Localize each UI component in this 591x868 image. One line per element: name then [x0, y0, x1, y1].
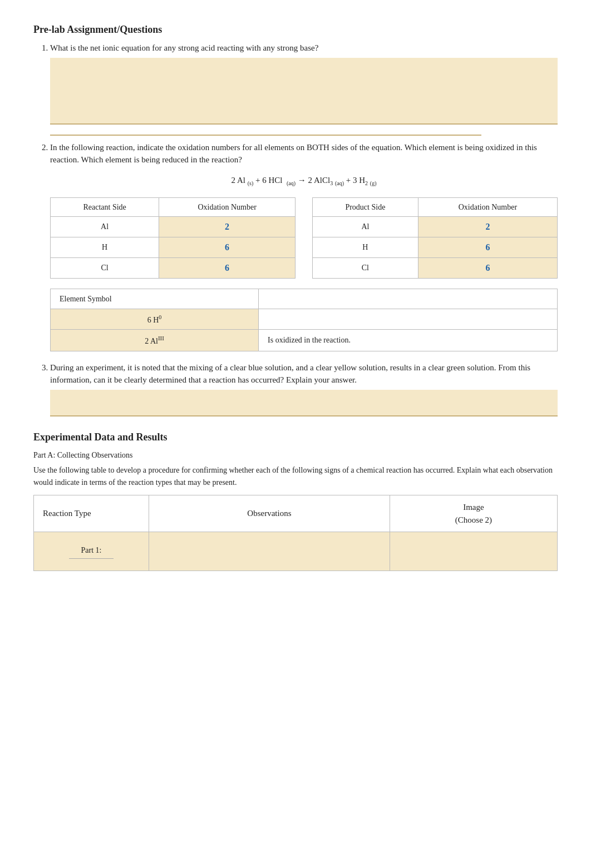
table-row: 6 H0 — [51, 309, 558, 330]
al-roman-superscript: III — [158, 335, 164, 341]
product-h-elem: H — [313, 237, 418, 257]
eq-hcl-state: (aq) — [287, 180, 296, 186]
table-row: Al 2 — [51, 216, 296, 237]
reactant-h-elem: H — [51, 237, 159, 257]
question-2-text: In the following reaction, indicate the … — [50, 143, 537, 165]
part1-underline — [69, 558, 114, 559]
element-symbol-table: Element Symbol 6 H0 2 AlIII Is oxidized … — [50, 289, 558, 351]
table-row: H 6 — [51, 237, 296, 257]
answer-area-3[interactable] — [50, 390, 558, 416]
h-superscript: 0 — [159, 314, 161, 320]
question-3-text: During an experiment, it is noted that t… — [50, 363, 530, 385]
page-title: Pre-lab Assignment/Questions — [33, 22, 558, 37]
product-h-num[interactable]: 6 — [418, 237, 557, 257]
elem-col1: Element Symbol — [51, 289, 259, 309]
table-row: Cl 6 — [51, 257, 296, 278]
divider-1 — [50, 135, 481, 136]
oxidation-wrapper: Reactant Side Oxidation Number Al 2 H 6 … — [50, 197, 558, 279]
part-a-label: Part A: Collecting Observations — [33, 449, 558, 461]
observations-table: Reaction Type Observations Image(Choose … — [33, 495, 558, 571]
question-1: What is the net ionic equation for any s… — [50, 42, 558, 125]
reactant-cl-elem: Cl — [51, 257, 159, 278]
part1-label: Part 1: — [40, 544, 143, 556]
eq-h2-sub: 2 — [365, 180, 368, 186]
table-row: Cl 6 — [313, 257, 558, 278]
obs-col3-sub: (Choose 2) — [455, 515, 492, 524]
row1-image[interactable] — [390, 532, 557, 571]
question-2: In the following reaction, indicate the … — [50, 141, 558, 351]
elem-row1-desc[interactable] — [259, 309, 558, 330]
obs-col3: Image(Choose 2) — [390, 495, 557, 532]
elem-col2 — [259, 289, 558, 309]
eq-left-state: (s) — [248, 180, 254, 186]
reactant-al-elem: Al — [51, 216, 159, 237]
product-al-elem: Al — [313, 216, 418, 237]
eq-left: 2 Al (s) + 6 HCl (aq) → 2 AlCl3 (aq) + 3… — [231, 176, 376, 185]
obs-col2: Observations — [149, 495, 390, 532]
reactant-al-num[interactable]: 2 — [159, 216, 296, 237]
product-table: Product Side Oxidation Number Al 2 H 6 C… — [312, 197, 558, 279]
reaction-equation: 2 Al (s) + 6 HCl (aq) → 2 AlCl3 (aq) + 3… — [50, 174, 558, 187]
product-col2: Oxidation Number — [418, 197, 557, 216]
row1-observations[interactable] — [149, 532, 390, 571]
obs-col1: Reaction Type — [34, 495, 149, 532]
reactant-cl-num[interactable]: 6 — [159, 257, 296, 278]
table-row: 2 AlIII Is oxidized in the reaction. — [51, 330, 558, 351]
reactant-table: Reactant Side Oxidation Number Al 2 H 6 … — [50, 197, 296, 279]
reactant-col1: Reactant Side — [51, 197, 159, 216]
eq-alcl-sub: 3 — [330, 180, 333, 186]
product-cl-num[interactable]: 6 — [418, 257, 557, 278]
elem-row2-sym[interactable]: 2 AlIII — [51, 330, 259, 351]
exp-description: Use the following table to develop a pro… — [33, 464, 558, 488]
elem-row2-desc: Is oxidized in the reaction. — [259, 330, 558, 351]
product-col1: Product Side — [313, 197, 418, 216]
table-row: Part 1: — [34, 532, 558, 571]
elem-row1-sym[interactable]: 6 H0 — [51, 309, 259, 330]
eq-h2-state: (g) — [370, 180, 377, 186]
table-row: Al 2 — [313, 216, 558, 237]
eq-alcl-state: (aq) — [335, 180, 344, 186]
exp-section-title: Experimental Data and Results — [33, 430, 558, 445]
answer-area-1[interactable] — [50, 58, 558, 125]
reactant-col2: Oxidation Number — [159, 197, 296, 216]
question-1-text: What is the net ionic equation for any s… — [50, 43, 318, 52]
reactant-h-num[interactable]: 6 — [159, 237, 296, 257]
table-row: H 6 — [313, 237, 558, 257]
experimental-data-section: Experimental Data and Results Part A: Co… — [33, 430, 558, 571]
product-al-num[interactable]: 2 — [418, 216, 557, 237]
question-3: During an experiment, it is noted that t… — [50, 361, 558, 416]
row1-type[interactable]: Part 1: — [34, 532, 149, 571]
product-cl-elem: Cl — [313, 257, 418, 278]
